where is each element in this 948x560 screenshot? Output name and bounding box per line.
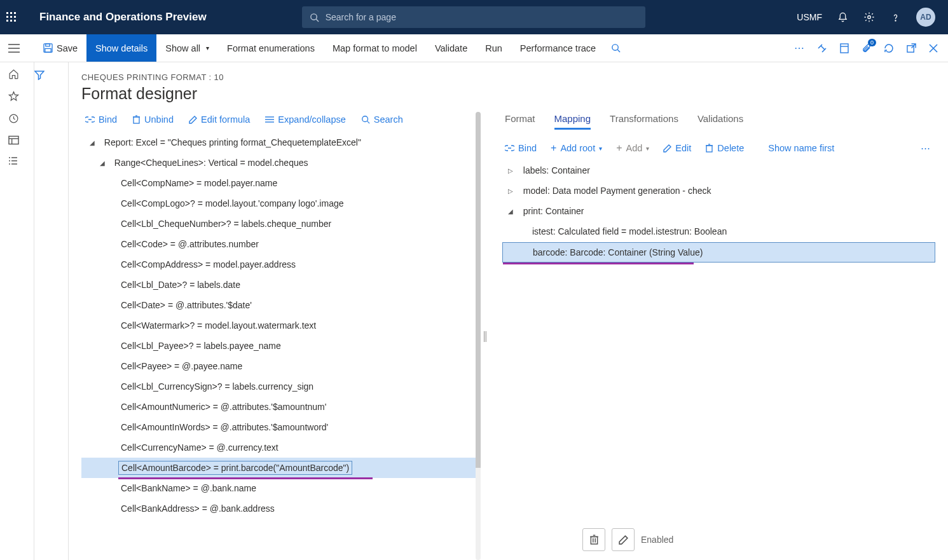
scrollbar[interactable] — [476, 112, 481, 560]
caret-right-icon[interactable]: ▷ — [506, 188, 515, 195]
caret-down-icon[interactable]: ◢ — [506, 208, 515, 215]
hamburger-icon[interactable] — [8, 44, 26, 53]
mapping-tree[interactable]: ▷ labels: Container ▷ model: Data model … — [502, 160, 935, 560]
mapping-toolbar: Bind +Add root▾ +Add▾ Edit Delete Show n… — [502, 133, 935, 160]
tree-root[interactable]: ◢ Report: Excel = "Cheques printing form… — [81, 132, 476, 153]
tree-range[interactable]: ◢ Range<ChequeLines>: Vertical = model.c… — [81, 153, 476, 173]
unbind-button[interactable]: Unbind — [132, 114, 174, 125]
pane-divider[interactable]: ║ — [482, 112, 488, 560]
svg-rect-8 — [14, 20, 16, 22]
svg-point-12 — [895, 20, 896, 20]
mapping-bind-button[interactable]: Bind — [505, 143, 537, 153]
mapping-print-node[interactable]: ◢ print: Container — [502, 201, 935, 221]
waffle-icon[interactable] — [6, 12, 28, 22]
tree-cell[interactable]: Cell<AmountNumeric> = @.attributes.'$amo… — [81, 397, 476, 417]
popout-icon[interactable] — [907, 43, 916, 53]
caret-down-icon[interactable]: ◢ — [98, 160, 107, 167]
tab-validations[interactable]: Validations — [697, 113, 743, 130]
bell-icon[interactable] — [837, 12, 848, 23]
map-format-button[interactable]: Map format to model — [324, 34, 426, 62]
tree-search-button[interactable]: Search — [361, 114, 403, 125]
mapping-model-node[interactable]: ▷ model: Data model Payment generation -… — [502, 181, 935, 201]
show-details-button[interactable]: Show details — [86, 34, 156, 62]
tree-cell[interactable]: Cell<Lbl_Payee>? = labels.payee_name — [81, 336, 476, 356]
tree-cell[interactable]: Cell<BankName> = @.bank.name — [81, 478, 476, 498]
avatar[interactable]: AD — [916, 8, 935, 27]
svg-rect-7 — [10, 20, 12, 22]
svg-rect-27 — [8, 136, 18, 144]
validate-button[interactable]: Validate — [426, 34, 476, 62]
save-button[interactable]: Save — [34, 34, 86, 62]
tree-cell[interactable]: Cell<CurrencyName> = @.currency.text — [81, 437, 476, 458]
mapping-more-icon[interactable]: ⋯ — [921, 143, 930, 153]
tree-cell[interactable]: Cell<Lbl_Date>? = labels.date — [81, 275, 476, 295]
tree-cell-label: Cell<Lbl_ChequeNumber>? = labels.cheque_… — [118, 217, 334, 230]
refresh-icon[interactable] — [884, 43, 894, 53]
gear-icon[interactable] — [863, 11, 875, 23]
format-tree[interactable]: ◢ Report: Excel = "Cheques printing form… — [81, 132, 476, 560]
filter-column — [34, 62, 69, 560]
tree-cell[interactable]: Cell<Code> = @.attributes.number — [81, 234, 476, 254]
expand-collapse-button[interactable]: Expand/collapse — [265, 114, 345, 125]
tree-cell[interactable]: Cell<AmountBarcode> = print.barcode("Amo… — [81, 458, 476, 478]
delete-button[interactable]: Delete — [705, 143, 744, 153]
caret-down-icon[interactable]: ◢ — [88, 139, 97, 146]
tree-cell-label: Cell<Watermark>? = model.layout.watermar… — [118, 319, 319, 332]
edit-iconbtn[interactable] — [612, 528, 635, 551]
modules-icon[interactable] — [8, 156, 26, 166]
tree-cell[interactable]: Cell<AmountInWords> = @.attributes.'$amo… — [81, 417, 476, 437]
tree-cell[interactable]: Cell<Payee> = @.payee.name — [81, 356, 476, 376]
tree-cell[interactable]: Cell<Watermark>? = model.layout.watermar… — [81, 315, 476, 336]
edit-button[interactable]: Edit — [663, 143, 691, 153]
show-all-button[interactable]: Show all▾ — [156, 34, 218, 62]
tree-cell[interactable]: Cell<CompName> = model.payer.name — [81, 173, 476, 193]
app-brand: Finance and Operations Preview — [39, 11, 207, 24]
edit-formula-button[interactable]: Edit formula — [189, 114, 250, 125]
entity-label[interactable]: USMF — [797, 12, 822, 22]
tab-format[interactable]: Format — [505, 113, 535, 130]
tab-transformations[interactable]: Transformations — [610, 113, 678, 130]
caret-right-icon[interactable]: ▷ — [506, 167, 515, 174]
show-name-first-button[interactable]: Show name first — [768, 143, 834, 153]
delete-iconbtn[interactable] — [582, 528, 605, 551]
footer-actions: Enabled — [582, 528, 673, 551]
tree-cell[interactable]: Cell<Lbl_ChequeNumber>? = labels.cheque_… — [81, 214, 476, 234]
mapping-labels-node[interactable]: ▷ labels: Container — [502, 160, 935, 181]
mapping-istest-node[interactable]: istest: Calculated field = model.istestr… — [502, 221, 935, 242]
home-icon[interactable] — [8, 69, 26, 79]
more-icon[interactable]: ⋯ — [794, 42, 804, 54]
office-icon[interactable] — [840, 43, 849, 53]
link-icon[interactable] — [817, 43, 827, 53]
main: CHEQUES PRINTING FORMAT : 10 Format desi… — [0, 62, 948, 560]
tab-mapping[interactable]: Mapping — [554, 113, 591, 130]
tree-cell[interactable]: Cell<CompLogo>? = model.layout.'company … — [81, 193, 476, 214]
attach-icon[interactable]: 0 — [862, 43, 871, 53]
add-root-button[interactable]: +Add root▾ — [551, 142, 602, 154]
plus-icon: + — [616, 142, 622, 154]
tree-cell[interactable]: Cell<Lbl_CurrencySign>? = labels.currenc… — [81, 376, 476, 397]
svg-rect-0 — [6, 12, 8, 14]
format-enumerations-button[interactable]: Format enumerations — [218, 34, 324, 62]
workspace-icon[interactable] — [8, 135, 26, 145]
star-icon[interactable] — [8, 91, 26, 102]
mapping-barcode-node[interactable]: barcode: Barcode: Container (String Valu… — [502, 242, 935, 263]
filter-icon[interactable] — [34, 70, 68, 80]
tree-cell[interactable]: Cell<BankAddress> = @.bank.address — [81, 498, 476, 519]
enabled-label: Enabled — [641, 535, 673, 545]
svg-rect-36 — [134, 117, 139, 123]
action-bar: Save Show details Show all▾ Format enume… — [0, 34, 948, 62]
clock-icon[interactable] — [8, 113, 26, 124]
action-search-icon[interactable] — [605, 43, 621, 53]
breadcrumb: CHEQUES PRINTING FORMAT : 10 — [81, 72, 935, 82]
tree-cell[interactable]: Cell<CompAddress> = model.payer.address — [81, 254, 476, 275]
close-icon[interactable] — [929, 44, 938, 53]
svg-line-10 — [316, 19, 319, 22]
global-search[interactable]: Search for a page — [302, 6, 645, 28]
help-icon[interactable] — [890, 12, 901, 23]
tree-cell[interactable]: Cell<Date> = @.attributes.'$date' — [81, 295, 476, 315]
page-title: Format designer — [81, 85, 935, 103]
performance-trace-button[interactable]: Performance trace — [511, 34, 605, 62]
bind-button[interactable]: Bind — [85, 114, 117, 125]
run-button[interactable]: Run — [476, 34, 511, 62]
left-rail — [0, 62, 34, 560]
